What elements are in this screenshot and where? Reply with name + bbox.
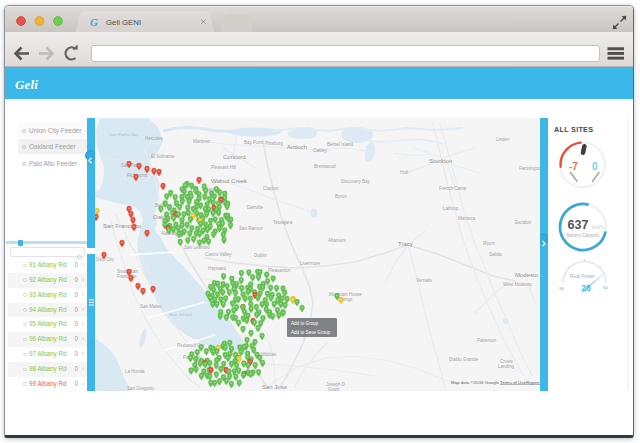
svg-text:Bay Point: Bay Point xyxy=(244,140,264,145)
svg-text:Danville: Danville xyxy=(247,205,264,210)
svg-text:San Ramon: San Ramon xyxy=(239,226,263,231)
svg-text:Holt: Holt xyxy=(400,170,409,175)
svg-text:Ripon: Ripon xyxy=(483,241,495,246)
svg-text:Antioch: Antioch xyxy=(287,144,307,150)
svg-text:Martinez: Martinez xyxy=(193,139,211,144)
svg-text:Add to Group: Add to Group xyxy=(291,321,319,326)
svg-text:637: 637 xyxy=(568,218,589,232)
svg-text:Hercules: Hercules xyxy=(145,136,164,141)
svg-text:San Pablo Bay: San Pablo Bay xyxy=(109,132,139,137)
svg-text:Diablo Grande: Diablo Grande xyxy=(449,357,479,362)
svg-text:ALL SITES: ALL SITES xyxy=(554,125,593,134)
svg-text:West Modesto: West Modesto xyxy=(503,282,532,287)
svg-text:San Jose: San Jose xyxy=(262,384,288,390)
svg-text:Pleasant Hill: Pleasant Hill xyxy=(211,165,236,170)
svg-text:Linden: Linden xyxy=(496,137,510,142)
svg-text:Livermore: Livermore xyxy=(300,261,321,266)
svg-text:Altamont: Altamont xyxy=(328,238,347,243)
svg-text:Daly City: Daly City xyxy=(96,257,115,262)
svg-text:Bair Island: Bair Island xyxy=(169,312,192,317)
svg-text:Map data ©2016 Google: Map data ©2016 Google xyxy=(451,380,499,385)
svg-text:Concord: Concord xyxy=(223,154,246,160)
svg-text:Walnut Creek: Walnut Creek xyxy=(211,178,248,184)
svg-text:28: 28 xyxy=(581,283,591,293)
svg-text:Castro Valley: Castro Valley xyxy=(205,252,232,257)
svg-text:Real Power: Real Power xyxy=(570,274,595,279)
svg-text:San Mateo: San Mateo xyxy=(140,304,162,309)
svg-text:Geli GENI: Geli GENI xyxy=(106,18,141,27)
svg-text:French Camp: French Camp xyxy=(439,186,467,191)
svg-text:Battery Capacity: Battery Capacity xyxy=(566,233,600,238)
svg-text:Stockton: Stockton xyxy=(429,158,452,164)
svg-text:Pittsburg: Pittsburg xyxy=(265,141,283,146)
svg-text:Add to Save Group: Add to Save Group xyxy=(291,330,331,335)
svg-text:Discovery Bay: Discovery Bay xyxy=(341,179,371,184)
svg-text:Bethel Island: Bethel Island xyxy=(327,142,354,147)
svg-text:Francisco: Francisco xyxy=(117,274,137,279)
svg-text:Brentwood: Brentwood xyxy=(314,164,336,169)
svg-text:kWh: kWh xyxy=(592,224,604,230)
svg-text:-50: -50 xyxy=(558,286,565,291)
svg-text:Oakley: Oakley xyxy=(313,148,328,153)
svg-text:Manteca: Manteca xyxy=(458,216,476,221)
svg-text:Dublin: Dublin xyxy=(254,253,267,258)
svg-text:Escalon: Escalon xyxy=(515,220,532,225)
svg-text:Terms of Use: Terms of Use xyxy=(500,380,526,385)
svg-text:Report a: Report a xyxy=(526,380,540,385)
svg-text:G: G xyxy=(90,16,98,28)
svg-text:-7: -7 xyxy=(569,161,578,172)
svg-text:San Leandro: San Leandro xyxy=(184,245,210,250)
svg-text:Milpitas: Milpitas xyxy=(261,352,277,357)
svg-text:50: 50 xyxy=(603,285,608,290)
svg-text:0: 0 xyxy=(592,161,598,172)
svg-text:Lathrop: Lathrop xyxy=(443,206,459,211)
svg-text:Farmington: Farmington xyxy=(519,166,540,171)
svg-text:Tracy: Tracy xyxy=(398,241,413,247)
svg-text:Landing: Landing xyxy=(498,364,515,369)
svg-text:Modesto: Modesto xyxy=(515,272,539,278)
svg-text:Pleasanton: Pleasanton xyxy=(268,268,291,273)
svg-text:El Sobrante: El Sobrante xyxy=(151,154,175,159)
svg-text:Byron: Byron xyxy=(335,194,347,199)
svg-text:Grant: Grant xyxy=(328,387,340,391)
svg-text:Salida: Salida xyxy=(489,252,502,257)
svg-text:Tassajara: Tassajara xyxy=(273,220,293,225)
svg-text:Clayton: Clayton xyxy=(263,186,279,191)
svg-text:La Honda: La Honda xyxy=(125,369,145,374)
svg-text:Hayward: Hayward xyxy=(208,266,226,271)
svg-text:San Gregorio: San Gregorio xyxy=(127,386,154,391)
svg-text:Patterson: Patterson xyxy=(477,338,497,343)
svg-text:Vernalis: Vernalis xyxy=(416,278,433,283)
